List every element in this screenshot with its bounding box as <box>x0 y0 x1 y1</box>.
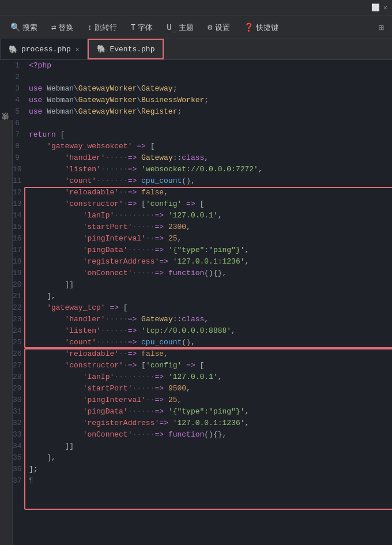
theme-icon: U̲ <box>167 22 176 32</box>
replace-button[interactable]: ⇄ 替换 <box>46 20 79 35</box>
code-line-18: 'registerAddress'=> '127.0.0.1:1236', <box>29 256 392 268</box>
code-line-27: 'constructor'·=> ['config' => [ <box>29 360 392 371</box>
font-icon: T <box>131 23 135 32</box>
code-line-30: 'pingInterval'··=> 25, <box>29 394 392 406</box>
code-line-32: 'registerAddress'=> '127.0.0.1:1236', <box>29 418 392 429</box>
code-line-9: 'handler'·····=> Gateway::class, <box>29 152 392 164</box>
code-line-6 <box>29 118 392 129</box>
php-file-icon-events: 🐘 <box>97 44 106 54</box>
theme-button[interactable]: U̲ 主题 <box>161 20 199 35</box>
help-icon: ❓ <box>244 22 254 32</box>
side-panel-indicator: 搜索 <box>0 120 13 545</box>
close-icon[interactable]: ✕ <box>383 3 387 12</box>
tabs-bar: 🐘 process.php ✕ 🐘 Events.php <box>0 39 392 60</box>
shortcuts-button[interactable]: ❓ 快捷键 <box>238 20 284 35</box>
tab-label-events: Events.php <box>110 45 154 54</box>
side-label: 搜索 <box>1 125 11 126</box>
toolbar: 🔍 搜索 ⇄ 替换 ↕ 跳转行 T 字体 U̲ 主题 ⚙ 设置 ❓ 快捷键 ⊞ <box>0 16 392 39</box>
code-line-14: 'lanIp'·········=> '127.0.0.1', <box>29 210 392 221</box>
code-line-16: 'pingInterval'··=> 25, <box>29 233 392 245</box>
code-line-11: 'count'·······=> cpu_count(), <box>29 175 392 187</box>
goto-button[interactable]: ↕ 跳转行 <box>81 20 122 35</box>
tab-close-process[interactable]: ✕ <box>76 46 80 53</box>
settings-button[interactable]: ⚙ 设置 <box>202 20 235 35</box>
tab-label: process.php <box>21 45 71 54</box>
code-line-8: 'gateway_websokcet' => [ <box>29 141 392 152</box>
code-line-5: use Webman\GatewayWorker\Register; <box>29 106 392 118</box>
search-icon: 🔍 <box>10 22 20 32</box>
code-line-21: ], <box>29 291 392 302</box>
code-line-1: <?php <box>29 60 392 72</box>
code-line-19: 'onConnect'·····=> function(){}, <box>29 268 392 279</box>
code-line-33: 'onConnect'·····=> function(){}, <box>29 429 392 441</box>
expand-icon[interactable]: ⊞ <box>375 20 387 36</box>
code-line-17: 'pingData'······=> '{"type":"ping"}', <box>29 245 392 256</box>
code-line-10: 'listen'······=> 'websocket://0.0.0.0:72… <box>29 164 392 175</box>
code-line-3: use Webman\GatewayWorker\Gateway; <box>29 83 392 95</box>
maximize-icon[interactable]: ⬜ <box>371 3 380 12</box>
code-line-36: ]; <box>29 464 392 475</box>
php-file-icon: 🐘 <box>9 45 18 54</box>
tab-events[interactable]: 🐘 Events.php <box>88 39 164 59</box>
title-bar: ⬜ ✕ <box>0 0 392 16</box>
code-line-29: 'startPort'·····=> 9500, <box>29 383 392 394</box>
tab-process[interactable]: 🐘 process.php ✕ <box>0 39 88 59</box>
code-line-2 <box>29 72 392 83</box>
code-line-15: 'startPort'·····=> 2300, <box>29 221 392 233</box>
search-button[interactable]: 🔍 搜索 <box>5 20 43 35</box>
code-line-34: ]] <box>29 441 392 452</box>
code-line-22: 'gateway_tcp' => [ <box>29 302 392 314</box>
font-button[interactable]: T 字体 <box>125 20 159 35</box>
replace-icon: ⇄ <box>51 22 56 32</box>
code-line-20: ]] <box>29 279 392 291</box>
code-line-24: 'listen'······=> 'tcp://0.0.0.0:8888', <box>29 325 392 337</box>
code-line-37: ¶ <box>29 475 392 487</box>
code-line-35: ], <box>29 452 392 464</box>
code-line-4: use Webman\GatewayWorker\BusinessWorker; <box>29 95 392 106</box>
code-line-12: 'reloadable'··=> false, <box>29 187 392 198</box>
toolbar-right: ⊞ <box>375 20 387 36</box>
code-line-31: 'pingData'······=> '{"type":"ping"}', <box>29 406 392 418</box>
editor-area: 搜索 1 2 3 4 5 6 7 8 9 10 11 12 13 14 15 1… <box>0 60 392 545</box>
code-line-23: 'handler'·····=> Gateway::class, <box>29 314 392 325</box>
code-editor[interactable]: <?php use Webman\GatewayWorker\Gateway; … <box>24 60 392 545</box>
goto-icon: ↕ <box>87 23 92 32</box>
code-line-25: 'count'·······=> cpu_count(), <box>29 337 392 348</box>
settings-icon: ⚙ <box>208 22 212 32</box>
code-line-26: 'reloadable'··=> false, <box>29 348 392 360</box>
code-line-13: 'constructor'·=> ['config' => [ <box>29 198 392 210</box>
code-line-28: 'lanIp'·········=> '127.0.0.1', <box>29 371 392 383</box>
code-line-7: return [ <box>29 129 392 141</box>
title-bar-icons: ⬜ ✕ <box>371 3 387 12</box>
